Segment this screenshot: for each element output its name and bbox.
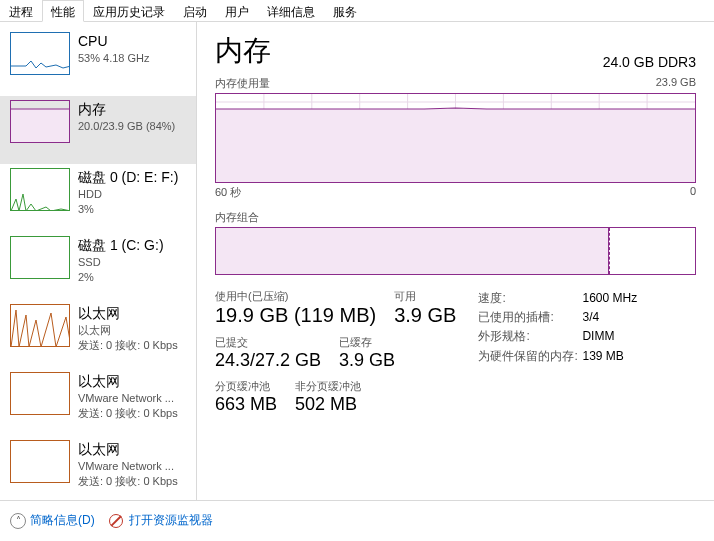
nonpaged-value: 502 MB <box>295 394 361 415</box>
eth1-thumbnail <box>10 372 70 415</box>
sidebar-eth1-sub2: 发送: 0 接收: 0 Kbps <box>78 406 178 421</box>
speed-value: 1600 MHz <box>582 289 637 308</box>
sidebar-disk1-sub2: 2% <box>78 270 164 285</box>
inuse-label: 使用中(已压缩) <box>215 289 376 304</box>
svg-marker-21 <box>216 109 695 182</box>
tab-app-history[interactable]: 应用历史记录 <box>84 0 174 21</box>
chevron-up-icon: ˄ <box>10 513 26 529</box>
tab-bar: 进程 性能 应用历史记录 启动 用户 详细信息 服务 <box>0 0 714 22</box>
reserved-value: 139 MB <box>582 347 623 366</box>
svg-rect-0 <box>11 109 70 143</box>
inuse-value: 19.9 GB (119 MB) <box>215 304 376 327</box>
paged-label: 分页缓冲池 <box>215 379 277 394</box>
eth2-thumbnail <box>10 440 70 483</box>
cached-label: 已缓存 <box>339 335 395 350</box>
sidebar-disk1-title: 磁盘 1 (C: G:) <box>78 236 164 255</box>
tab-processes[interactable]: 进程 <box>0 0 42 21</box>
form-value: DIMM <box>582 327 614 346</box>
paged-value: 663 MB <box>215 394 277 415</box>
sidebar: CPU 53% 4.18 GHz 内存 20.0/23.9 GB (84%) 磁… <box>0 22 197 500</box>
sidebar-item-memory[interactable]: 内存 20.0/23.9 GB (84%) <box>0 96 196 164</box>
sidebar-eth0-title: 以太网 <box>78 304 178 323</box>
sidebar-memory-title: 内存 <box>78 100 175 119</box>
memory-composition-bar[interactable] <box>215 227 696 275</box>
sidebar-item-cpu[interactable]: CPU 53% 4.18 GHz <box>0 28 196 96</box>
sidebar-eth0-sub2: 发送: 0 接收: 0 Kbps <box>78 338 178 353</box>
x-axis-left: 60 秒 <box>215 185 241 200</box>
sidebar-disk0-sub2: 3% <box>78 202 178 217</box>
x-axis-right: 0 <box>690 185 696 200</box>
memory-usage-graph[interactable] <box>215 93 696 183</box>
avail-value: 3.9 GB <box>394 304 456 327</box>
tab-users[interactable]: 用户 <box>216 0 258 21</box>
cached-value: 3.9 GB <box>339 350 395 371</box>
tab-performance[interactable]: 性能 <box>42 0 84 22</box>
sidebar-item-eth1[interactable]: 以太网 VMware Network ... 发送: 0 接收: 0 Kbps <box>0 368 196 436</box>
footer: ˄ 简略信息(D) 打开资源监视器 <box>0 500 714 540</box>
memory-thumbnail <box>10 100 70 143</box>
sidebar-item-eth0[interactable]: 以太网 以太网 发送: 0 接收: 0 Kbps <box>0 300 196 368</box>
slots-key: 已使用的插槽: <box>478 308 582 327</box>
sidebar-disk1-sub1: SSD <box>78 255 164 270</box>
usage-graph-max: 23.9 GB <box>656 76 696 91</box>
slots-value: 3/4 <box>582 308 599 327</box>
sidebar-cpu-title: CPU <box>78 32 150 51</box>
sidebar-cpu-sub: 53% 4.18 GHz <box>78 51 150 66</box>
avail-label: 可用 <box>394 289 456 304</box>
sidebar-eth1-sub1: VMware Network ... <box>78 391 178 406</box>
sidebar-memory-sub: 20.0/23.9 GB (84%) <box>78 119 175 134</box>
composition-label: 内存组合 <box>215 210 259 225</box>
tab-startup[interactable]: 启动 <box>174 0 216 21</box>
sidebar-eth1-title: 以太网 <box>78 372 178 391</box>
cpu-thumbnail <box>10 32 70 75</box>
memory-capacity: 24.0 GB DDR3 <box>603 54 696 70</box>
open-resource-monitor-label: 打开资源监视器 <box>129 512 213 529</box>
main-panel: 内存 24.0 GB DDR3 内存使用量 23.9 GB <box>197 22 714 500</box>
sidebar-eth2-sub1: VMware Network ... <box>78 459 178 474</box>
sidebar-item-eth2[interactable]: 以太网 VMware Network ... 发送: 0 接收: 0 Kbps <box>0 436 196 500</box>
sidebar-item-disk1[interactable]: 磁盘 1 (C: G:) SSD 2% <box>0 232 196 300</box>
commit-value: 24.3/27.2 GB <box>215 350 321 371</box>
tab-details[interactable]: 详细信息 <box>258 0 324 21</box>
form-key: 外形规格: <box>478 327 582 346</box>
sidebar-disk0-title: 磁盘 0 (D: E: F:) <box>78 168 178 187</box>
fewer-details-label: 简略信息(D) <box>30 512 95 529</box>
sidebar-eth2-title: 以太网 <box>78 440 178 459</box>
sidebar-eth2-sub2: 发送: 0 接收: 0 Kbps <box>78 474 178 489</box>
disk0-thumbnail <box>10 168 70 211</box>
reserved-key: 为硬件保留的内存: <box>478 347 582 366</box>
speed-key: 速度: <box>478 289 582 308</box>
nonpaged-label: 非分页缓冲池 <box>295 379 361 394</box>
sidebar-item-disk0[interactable]: 磁盘 0 (D: E: F:) HDD 3% <box>0 164 196 232</box>
sidebar-disk0-sub1: HDD <box>78 187 178 202</box>
page-title: 内存 <box>215 32 271 70</box>
open-resource-monitor-button[interactable]: 打开资源监视器 <box>109 512 213 529</box>
resource-monitor-icon <box>109 514 123 528</box>
eth0-thumbnail <box>10 304 70 347</box>
disk1-thumbnail <box>10 236 70 279</box>
commit-label: 已提交 <box>215 335 321 350</box>
tab-services[interactable]: 服务 <box>324 0 366 21</box>
usage-graph-label: 内存使用量 <box>215 76 270 91</box>
sidebar-eth0-sub1: 以太网 <box>78 323 178 338</box>
fewer-details-button[interactable]: ˄ 简略信息(D) <box>10 512 95 529</box>
